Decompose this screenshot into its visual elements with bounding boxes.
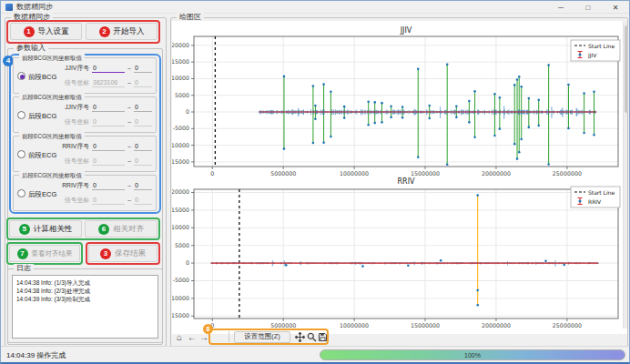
view-align-result-label: 查看对齐结果: [32, 249, 73, 258]
svg-text:5000: 5000: [175, 92, 189, 98]
status-bar: 14:04:39 操作完成 100%: [1, 346, 629, 362]
svg-text:-15000: -15000: [172, 312, 189, 318]
rear-ecg-radio-label: 后段ECG: [28, 190, 56, 199]
svg-text:Start Line: Start Line: [588, 43, 615, 49]
field-label: RRIV序号: [59, 181, 89, 190]
jjiv-index-to-input[interactable]: [134, 64, 152, 73]
signal-coord-to-input: [134, 196, 152, 205]
section-title: 后段BCG区间坐标取值: [19, 93, 85, 102]
figure-canvas[interactable]: 0500000010000000150000002000000025000000…: [172, 21, 622, 329]
jjiv-index-to-input[interactable]: [134, 103, 152, 112]
rear-ecg-radio[interactable]: [17, 189, 25, 197]
range-separator: ~: [127, 119, 131, 126]
signal-coord-from-input: [92, 78, 125, 87]
jjiv-index-from-input[interactable]: [92, 64, 125, 73]
log-line: 14:04:39 Info: (3/3)绘制完成: [16, 295, 154, 303]
start-import-label: 开始导入: [114, 26, 145, 37]
svg-text:15000000: 15000000: [411, 322, 440, 329]
signal-coord-from-input: [92, 157, 125, 166]
svg-text:10000: 10000: [172, 224, 189, 230]
rear-bcg-radio-label: 后段BCG: [28, 112, 56, 121]
rriv-index-from-input[interactable]: [92, 181, 125, 190]
rriv-index-to-input[interactable]: [134, 142, 152, 151]
front-ecg-radio[interactable]: [17, 150, 25, 158]
rriv-chart[interactable]: 0500000010000000150000002000000025000000…: [172, 176, 627, 334]
badge-3: 3: [100, 248, 111, 259]
progress-bar: 100%: [320, 349, 625, 360]
signal-coord-from-input: [92, 196, 125, 205]
import-settings-label: 导入设置: [38, 26, 69, 37]
svg-text:5000000: 5000000: [270, 322, 296, 329]
log-groupbox-label: 日志: [14, 264, 34, 273]
front-ecg-radio-label: 前段ECG: [28, 151, 56, 160]
range-separator: ~: [127, 105, 131, 111]
badge-8: 8: [203, 324, 213, 334]
field-label: 信号坐标: [59, 117, 89, 126]
svg-text:-10000: -10000: [172, 295, 189, 301]
title-bar: 数据精同步 ─ □ ✕: [1, 1, 629, 14]
window-title: 数据精同步: [16, 2, 53, 12]
svg-text:-10000: -10000: [172, 142, 189, 148]
set-range-button[interactable]: 设置范围(Z): [234, 331, 290, 343]
pan-icon[interactable]: [294, 331, 305, 343]
badge-7: 7: [17, 248, 28, 259]
app-window: 数据精同步 ─ □ ✕ 数据精同步 1 导入设置 2 开始导入 参数输入 4 前…: [0, 0, 630, 364]
params-groupbox-label: 参数输入: [14, 44, 48, 53]
svg-text:5000: 5000: [175, 242, 189, 248]
close-button[interactable]: ✕: [602, 1, 629, 14]
maximize-button[interactable]: □: [574, 1, 602, 14]
minimize-button[interactable]: ─: [547, 1, 574, 14]
zoom-icon[interactable]: [306, 331, 317, 343]
field-label: JJIV序号: [59, 64, 89, 73]
back-icon[interactable]: ←: [187, 331, 198, 343]
svg-text:15000: 15000: [172, 58, 189, 65]
log-line: 14:04:38 Info: (1/3)导入完成: [16, 278, 154, 287]
svg-text:-5000: -5000: [173, 277, 189, 283]
rear-bcg-radio[interactable]: [17, 111, 25, 119]
home-icon[interactable]: ⌂: [174, 331, 185, 343]
plot-scrollbar-thumb[interactable]: [625, 25, 628, 113]
svg-text:Start Line: Start Line: [588, 189, 615, 196]
svg-text:RRIV: RRIV: [588, 198, 602, 205]
svg-text:JJIV: JJIV: [587, 52, 597, 59]
signal-coord-to-input: [134, 78, 152, 87]
plot-scrollbar[interactable]: [623, 23, 627, 329]
badge-5: 5: [19, 224, 30, 235]
front-bcg-radio-label: 前段BCG: [28, 73, 56, 82]
front-bcg-radio[interactable]: [17, 72, 25, 80]
save-result-label: 保存结果: [115, 248, 146, 259]
view-align-result-button[interactable]: 7 查看对齐结果: [9, 245, 80, 262]
field-label: JJIV序号: [59, 103, 89, 112]
compute-correlation-label: 计算相关性: [34, 224, 73, 235]
progress-value: 100%: [464, 352, 481, 359]
range-separator: ~: [127, 80, 131, 86]
svg-text:JJIV: JJIV: [400, 26, 412, 35]
jjiv-chart[interactable]: 0500000010000000150000002000000025000000…: [172, 23, 627, 177]
start-import-button[interactable]: 2 开始导入: [86, 23, 158, 40]
svg-text:15000: 15000: [172, 207, 189, 213]
jjiv-index-from-input[interactable]: [92, 103, 125, 112]
svg-text:25000000: 25000000: [553, 322, 582, 329]
status-message: 14:04:39 操作完成: [6, 350, 66, 360]
svg-text:-15000: -15000: [172, 158, 189, 165]
import-settings-button[interactable]: 1 导入设置: [10, 23, 82, 40]
rriv-index-to-input[interactable]: [134, 181, 152, 190]
compute-correlation-button[interactable]: 5 计算相关性: [9, 220, 82, 238]
save-result-button[interactable]: 3 保存结果: [88, 245, 158, 262]
signal-coord-to-input: [134, 117, 152, 126]
svg-text:20000000: 20000000: [482, 322, 511, 329]
svg-text:10000: 10000: [172, 75, 189, 81]
section-rear-bcg: 后段BCG区间坐标取值 后段BCG JJIV序号 ~ 信号坐标 ~: [13, 96, 157, 133]
field-label: RRIV序号: [59, 142, 89, 151]
section-front-bcg: 前段BCG区间坐标取值 前段BCG JJIV序号 ~ 信号坐标 ~: [13, 57, 157, 94]
correlation-align-button[interactable]: 6 相关对齐: [85, 220, 158, 238]
rriv-index-from-input[interactable]: [92, 142, 125, 151]
range-separator: ~: [127, 197, 131, 204]
badge-6: 6: [98, 224, 109, 235]
signal-coord-from-input: [92, 117, 125, 126]
svg-text:RRIV: RRIV: [398, 177, 415, 186]
section-title: 前段ECG区间坐标取值: [19, 132, 85, 141]
log-output: 14:04:38 Info: (1/3)导入完成 14:04:38 Info: …: [12, 275, 158, 339]
save-figure-icon[interactable]: [317, 331, 328, 343]
svg-text:20000: 20000: [172, 42, 189, 48]
